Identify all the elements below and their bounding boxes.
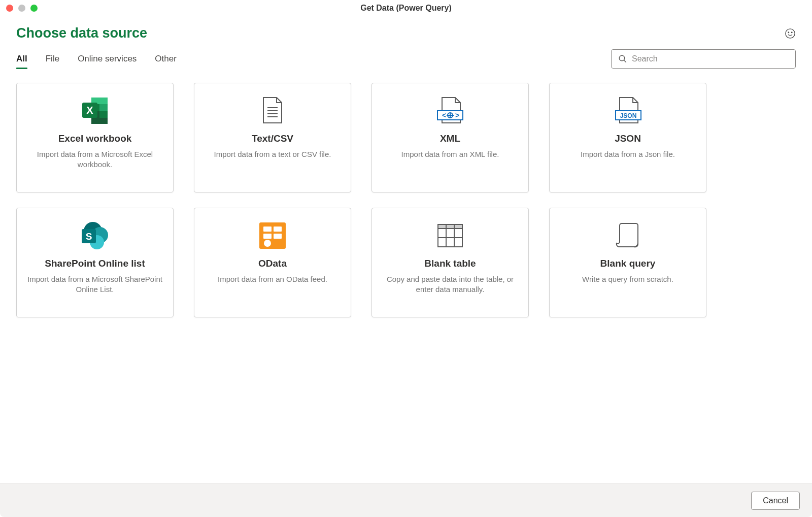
odata-icon <box>258 219 287 252</box>
source-desc: Import data from an XML file. <box>401 149 499 159</box>
window-title: Get Data (Power Query) <box>360 4 452 13</box>
svg-rect-8 <box>99 104 108 111</box>
svg-text:>: > <box>455 111 459 119</box>
source-title: Excel workbook <box>58 133 132 144</box>
feedback-smiley-icon[interactable] <box>785 28 796 39</box>
blank-query-icon <box>614 219 642 252</box>
xml-icon: < > <box>436 94 464 127</box>
svg-rect-34 <box>263 234 272 239</box>
close-window-button[interactable] <box>6 5 13 12</box>
source-odata[interactable]: OData Import data from an OData feed. <box>194 208 351 317</box>
content-area: Choose data source All File Online servi… <box>0 16 812 317</box>
source-title: XML <box>440 133 460 144</box>
tab-all[interactable]: All <box>16 50 27 68</box>
titlebar: Get Data (Power Query) <box>0 0 812 16</box>
svg-text:JSON: JSON <box>620 112 637 119</box>
source-title: SharePoint Online list <box>45 258 145 269</box>
header-row: Choose data source <box>16 25 796 41</box>
svg-text:S: S <box>86 231 92 242</box>
source-grid: X Excel workbook Import data from a Micr… <box>16 83 796 317</box>
svg-rect-11 <box>91 118 108 124</box>
minimize-window-button[interactable] <box>18 5 25 12</box>
source-title: JSON <box>615 133 641 144</box>
svg-rect-31 <box>259 222 286 249</box>
svg-point-1 <box>788 31 789 33</box>
svg-text:X: X <box>86 105 93 116</box>
source-desc: Import data from a Microsoft SharePoint … <box>27 274 163 294</box>
source-desc: Import data from an OData feed. <box>218 274 327 284</box>
svg-point-2 <box>791 31 792 33</box>
json-icon: JSON <box>614 94 642 127</box>
svg-text:<: < <box>442 111 446 119</box>
maximize-window-button[interactable] <box>30 5 38 12</box>
tab-other[interactable]: Other <box>155 50 177 68</box>
nav-row: All File Online services Other <box>16 49 796 69</box>
source-blank-table[interactable]: Blank table Copy and paste data into the… <box>371 208 529 317</box>
page-title: Choose data source <box>16 25 147 41</box>
source-sharepoint-online-list[interactable]: S SharePoint Online list Import data fro… <box>16 208 174 317</box>
tab-file[interactable]: File <box>46 50 59 68</box>
blank-table-icon <box>436 219 464 252</box>
svg-rect-38 <box>438 224 462 229</box>
source-xml[interactable]: < > XML Import data from an XML file. <box>371 83 529 192</box>
source-title: Blank query <box>600 258 656 269</box>
svg-point-0 <box>786 28 795 38</box>
source-blank-query[interactable]: Blank query Write a query from scratch. <box>549 208 706 317</box>
svg-rect-33 <box>274 227 282 232</box>
source-title: Blank table <box>424 258 476 269</box>
source-desc: Import data from a text or CSV file. <box>214 149 331 159</box>
svg-rect-35 <box>274 234 282 239</box>
svg-point-36 <box>264 240 271 247</box>
tabs: All File Online services Other <box>16 50 177 68</box>
cancel-button[interactable]: Cancel <box>751 492 800 510</box>
source-title: Text/CSV <box>252 133 293 144</box>
svg-rect-10 <box>99 111 108 118</box>
tab-online-services[interactable]: Online services <box>78 50 137 68</box>
source-desc: Import data from a Microsoft Excel workb… <box>27 149 163 169</box>
source-excel-workbook[interactable]: X Excel workbook Import data from a Micr… <box>16 83 174 192</box>
source-text-csv[interactable]: Text/CSV Import data from a text or CSV … <box>194 83 351 192</box>
search-input[interactable] <box>611 49 796 69</box>
excel-icon: X <box>80 94 110 127</box>
source-title: OData <box>258 258 287 269</box>
source-desc: Copy and paste data into the table, or e… <box>382 274 518 294</box>
footer: Cancel <box>0 483 812 517</box>
search-container <box>611 49 796 69</box>
svg-rect-32 <box>263 227 272 232</box>
source-json[interactable]: JSON JSON Import data from a Json file. <box>549 83 706 192</box>
window-controls <box>6 5 38 12</box>
sharepoint-icon: S <box>79 219 111 252</box>
text-csv-icon <box>261 94 284 127</box>
source-desc: Import data from a Json file. <box>581 149 675 159</box>
source-desc: Write a query from scratch. <box>582 274 673 284</box>
